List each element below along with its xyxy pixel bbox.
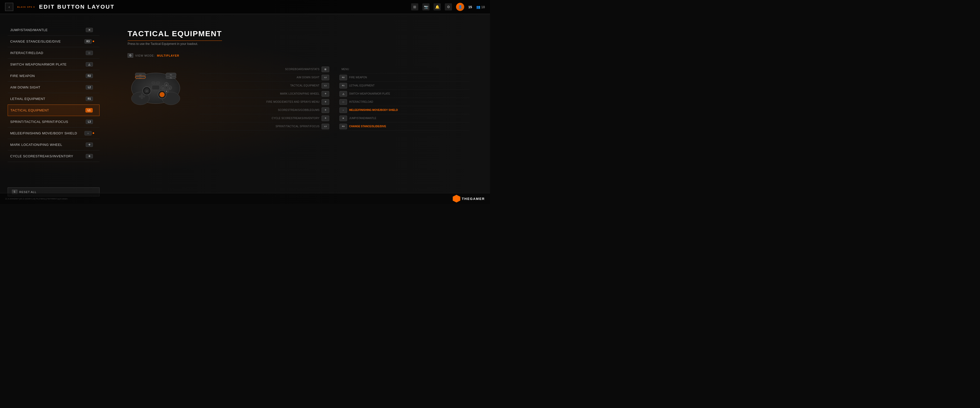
game-logo: BLACK OPS 6: [18, 6, 35, 8]
button-label-ads: Aim Down Sight: [8, 86, 79, 89]
grid-icon[interactable]: ⊞: [411, 3, 418, 10]
key-badge-lethal: R1: [86, 97, 93, 101]
mapping-row-cycle-left: Cycle Scorestreaks/Inventory ✛: [199, 114, 329, 122]
mapping-key-scoreboard: ⊞: [321, 67, 329, 72]
button-row-cycle[interactable]: Cycle Scorestreaks/Inventory ✛: [8, 151, 100, 162]
button-binding-cycle: ✛: [79, 154, 100, 158]
mapping-label-sprint-left: Sprint/Tactical Sprint/Focus: [199, 125, 321, 128]
mapping-key-fire-r2: R2: [339, 75, 347, 80]
mapping-key-switch-tri: △: [339, 91, 347, 97]
button-label-jump: Jump/Stand/Mantle: [8, 28, 79, 32]
dot-stance: [93, 41, 94, 42]
mapping-key-interact-sq: □: [339, 99, 347, 105]
key-badge-cycle: ✛: [86, 154, 93, 158]
back-button[interactable]: ‹: [5, 3, 13, 11]
button-row-switch[interactable]: Switch Weapon/Armor Plate △: [8, 59, 100, 70]
mapping-label-cycle-left: Cycle Scorestreaks/Inventory: [199, 117, 321, 120]
button-row-fire[interactable]: Fire Weapon R2: [8, 70, 100, 82]
button-label-melee: Melee/Finishing Move/Body Shield: [8, 131, 79, 135]
topbar: ‹ BLACK OPS 6 EDIT BUTTON LAYOUT ⊞ 📷 🔔 ⚙…: [0, 0, 490, 14]
friends-count: 18: [481, 5, 485, 9]
svg-text:○: ○: [169, 87, 170, 89]
camera-icon[interactable]: 📷: [422, 3, 430, 10]
button-row-mark[interactable]: Mark Location/Ping Wheel ✛: [8, 139, 100, 151]
button-row-stance[interactable]: Change Stance/Slide/Dive R3: [8, 36, 100, 47]
mapping-action-jump: Jump/Stand/Mantle: [347, 117, 376, 120]
mapping-action-lethal: Lethal Equipment: [347, 84, 375, 87]
button-label-switch: Switch Weapon/Armor Plate: [8, 62, 79, 66]
mapping-row-melee-right: ○ Melee/Finishing Move/Body Shield: [339, 106, 469, 114]
key-badge-tactical: L1: [86, 108, 93, 113]
equipment-title: Tactical Equipment: [127, 29, 222, 41]
avatar-icon: 👤: [458, 5, 462, 9]
thegamer-logo: THEGAMER: [453, 195, 485, 202]
button-row-lethal[interactable]: Lethal Equipment R1: [8, 93, 100, 105]
mapping-key-tactical-left: L1: [321, 83, 329, 89]
mapping-key-mark-left: ✛: [321, 91, 329, 97]
game-logo-top: BLACK OPS 6: [18, 6, 35, 8]
mapping-key-melee-circle: ○: [339, 107, 347, 113]
mapping-row-interact-right: □ Interact/Reload: [339, 98, 469, 106]
equipment-header: Tactical Equipment Press to use the Tact…: [127, 29, 469, 46]
left-panel: Jump/Stand/Mantle ✕ Change Stance/Slide/…: [0, 14, 107, 204]
bottom-bar: 11.4.20442907 [20-2-10235+1-A] Th [73001…: [0, 193, 490, 204]
button-label-mark: Mark Location/Ping Wheel: [8, 143, 79, 147]
bell-icon[interactable]: 🔔: [434, 3, 441, 10]
key-badge-interact: □: [86, 51, 93, 55]
mapping-label-scorestreaks-left: Scorestreaks/GobbleGums: [199, 109, 321, 111]
friends-icon[interactable]: 👥 18: [476, 5, 485, 9]
mapping-label-ads-left: Aim Down Sight: [199, 76, 321, 79]
view-mode-value: MULTIPLAYER: [157, 54, 179, 57]
button-label-stance: Change Stance/Slide/Dive: [8, 40, 79, 43]
button-binding-ads: L2: [79, 85, 100, 89]
settings-icon[interactable]: ⚙: [445, 3, 452, 10]
svg-rect-21: [152, 82, 155, 84]
view-mode: G VIEW MODE: MULTIPLAYER: [127, 53, 469, 58]
back-icon: ‹: [9, 5, 10, 9]
button-binding-melee: ○: [79, 131, 100, 135]
button-row-melee[interactable]: Melee/Finishing Move/Body Shield ○: [8, 127, 100, 139]
svg-point-10: [159, 92, 165, 97]
dot-melee: [93, 132, 94, 134]
mapping-row-stance-right: R3 Change Stance/Slide/Dive: [339, 122, 469, 130]
button-binding-interact: □: [79, 51, 100, 55]
svg-text:△: △: [165, 84, 167, 86]
button-row-jump[interactable]: Jump/Stand/Mantle ✕: [8, 24, 100, 36]
mapping-key-stance-r3: R3: [339, 124, 347, 129]
mapping-row-firemode-left: Fire Mode/Emotes and Sprays Menu ✛: [199, 98, 329, 106]
button-label-tactical: Tactical Equipment: [8, 108, 79, 112]
key-badge-jump: ✕: [86, 28, 93, 32]
mapping-row-scorestreaks-left: Scorestreaks/GobbleGums ✛: [199, 106, 329, 114]
main-content: Jump/Stand/Mantle ✕ Change Stance/Slide/…: [0, 14, 490, 204]
controller-diagram: △ ○ □ ✕: [127, 65, 184, 107]
button-row-ads[interactable]: Aim Down Sight L2: [8, 82, 100, 93]
button-binding-jump: ✕: [79, 28, 100, 32]
svg-rect-23: [152, 85, 159, 90]
mapping-action-menu: Menu: [339, 68, 349, 71]
mappings-area: Scoreboard/Map/Stats ⊞ Menu Aim Down Sig…: [199, 65, 469, 130]
friends-icon-symbol: 👥: [476, 5, 480, 9]
svg-text:✕: ✕: [165, 90, 167, 92]
button-binding-mark: ✛: [79, 143, 100, 147]
key-badge-fire: R2: [86, 74, 93, 78]
button-row-sprint[interactable]: Sprint/Tactical Sprint/Focus L3: [8, 116, 100, 127]
svg-text:R2: R2: [170, 74, 172, 76]
tg-icon: [453, 195, 460, 202]
key-badge-stance: R3: [84, 39, 92, 44]
button-binding-switch: △: [79, 62, 100, 67]
button-binding-stance: R3: [79, 39, 100, 44]
button-label-fire: Fire Weapon: [8, 74, 79, 78]
button-row-tactical[interactable]: Tactical Equipment L1: [8, 105, 100, 116]
button-row-interact[interactable]: Interact/Reload □: [8, 47, 100, 59]
mapping-action-melee: Melee/Finishing Move/Body Shield: [347, 109, 398, 111]
mapping-row-ads-left: Aim Down Sight L2: [199, 73, 329, 82]
mapping-key-sprint-left: L3: [321, 124, 329, 129]
mapping-row-mark-left: Mark Location/Ping Wheel ✛: [199, 90, 329, 98]
tg-text: THEGAMER: [462, 197, 485, 201]
button-label-cycle: Cycle Scorestreaks/Inventory: [8, 154, 79, 158]
mapping-label-firemode-left: Fire Mode/Emotes and Sprays Menu: [199, 100, 321, 103]
view-mode-key: G: [127, 53, 133, 58]
mapping-label-tactical-left: Tactical Equipment: [199, 84, 321, 87]
key-badge-switch: △: [86, 62, 93, 67]
svg-rect-12: [139, 95, 145, 97]
